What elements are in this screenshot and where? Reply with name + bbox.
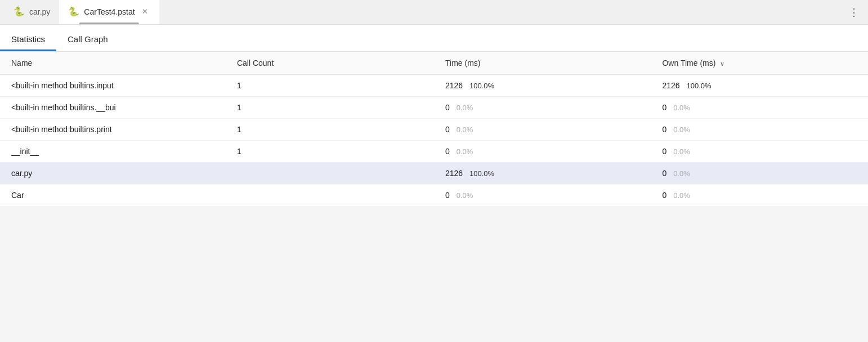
cell-own-time: 0 0.0% <box>651 97 868 119</box>
cell-time: 2126 100.0% <box>434 75 651 97</box>
cell-call-count: 1 <box>226 75 434 97</box>
cell-own-time: 0 0.0% <box>651 141 868 163</box>
table-row[interactable]: <built-in method builtins.input 1 2126 1… <box>0 75 868 97</box>
cell-own-time: 0 0.0% <box>651 184 868 206</box>
cell-name: car.py <box>0 163 226 184</box>
cell-time: 0 0.0% <box>434 97 651 119</box>
tab-underline <box>79 22 139 24</box>
cell-name: <built-in method builtins.input <box>0 75 226 97</box>
table-row[interactable]: car.py 2126 100.0% 0 0.0% <box>0 163 868 184</box>
statistics-table-container: Name Call Count Time (ms) Own Time (ms) … <box>0 52 868 206</box>
cell-name: Car <box>0 184 226 206</box>
cell-time: 0 0.0% <box>434 119 651 141</box>
cell-own-time: 2126 100.0% <box>651 75 868 97</box>
col-name[interactable]: Name <box>0 52 226 75</box>
main-tabs: Statistics Call Graph <box>0 25 868 52</box>
table-row[interactable]: <built-in method builtins.__bui 1 0 0.0%… <box>0 97 868 119</box>
cell-call-count <box>226 163 434 184</box>
tab-statistics[interactable]: Statistics <box>0 25 56 51</box>
table-row[interactable]: <built-in method builtins.print 1 0 0.0%… <box>0 119 868 141</box>
table-row[interactable]: __init__ 1 0 0.0% 0 0.0% <box>0 141 868 163</box>
table-row[interactable]: Car 0 0.0% 0 0.0% <box>0 184 868 206</box>
title-bar: 🐍 car.py 🐍 CarTest4.pstat ✕ ⋮ <box>0 0 868 25</box>
cell-call-count: 1 <box>226 97 434 119</box>
cell-name: <built-in method builtins.print <box>0 119 226 141</box>
statistics-table: Name Call Count Time (ms) Own Time (ms) … <box>0 52 868 206</box>
cell-own-time: 0 0.0% <box>651 163 868 184</box>
tab-cartest4-pstat[interactable]: 🐍 CarTest4.pstat ✕ <box>59 0 159 24</box>
tab-call-graph[interactable]: Call Graph <box>56 25 119 51</box>
cell-time: 0 0.0% <box>434 141 651 163</box>
col-own-time[interactable]: Own Time (ms) ∨ <box>651 52 868 75</box>
tab-cartest4-label: CarTest4.pstat <box>84 7 135 16</box>
cell-name: __init__ <box>0 141 226 163</box>
python-icon-1: 🐍 <box>14 6 25 17</box>
cell-name: <built-in method builtins.__bui <box>0 97 226 119</box>
cell-time: 2126 100.0% <box>434 163 651 184</box>
sort-icon: ∨ <box>720 60 724 67</box>
tab-car-py-label: car.py <box>29 7 50 16</box>
cell-time: 0 0.0% <box>434 184 651 206</box>
table-header-row: Name Call Count Time (ms) Own Time (ms) … <box>0 52 868 75</box>
python-icon-2: 🐍 <box>68 6 79 17</box>
more-options-button[interactable]: ⋮ <box>844 4 863 21</box>
col-call-count[interactable]: Call Count <box>226 52 434 75</box>
col-time[interactable]: Time (ms) <box>434 52 651 75</box>
cell-call-count: 1 <box>226 141 434 163</box>
tab-car-py[interactable]: 🐍 car.py <box>5 0 59 24</box>
cell-call-count <box>226 184 434 206</box>
cell-own-time: 0 0.0% <box>651 119 868 141</box>
cell-call-count: 1 <box>226 119 434 141</box>
tab-close-button[interactable]: ✕ <box>140 6 150 17</box>
